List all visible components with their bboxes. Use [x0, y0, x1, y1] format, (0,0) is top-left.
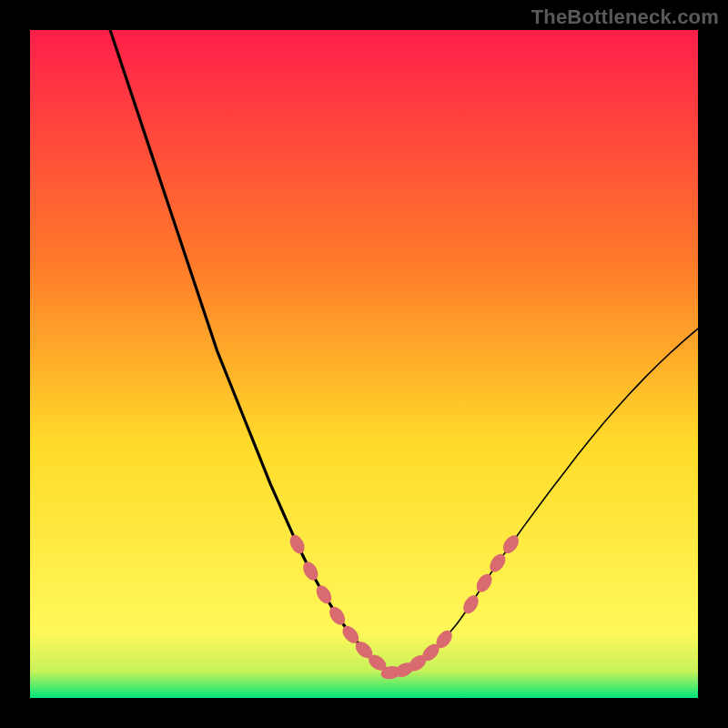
plot-area — [30, 30, 698, 698]
chart-frame: TheBottleneck.com — [0, 0, 728, 728]
watermark-text: TheBottleneck.com — [531, 5, 719, 29]
svg-rect-0 — [30, 30, 698, 698]
chart-svg — [30, 30, 698, 698]
